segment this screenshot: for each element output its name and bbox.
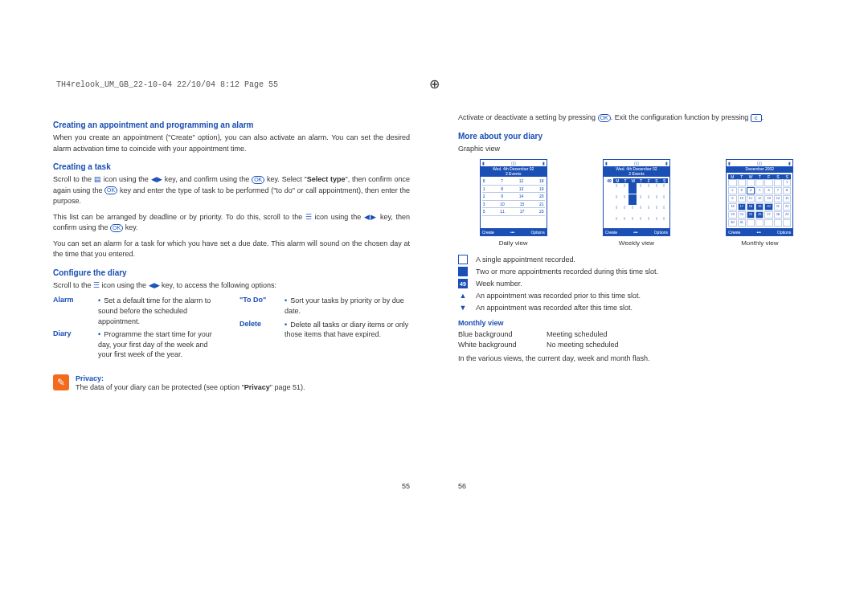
legend-weeknum-text: Week number. <box>476 280 522 288</box>
legend-after-text: An appointment was recorded after this t… <box>476 304 633 312</box>
heading-create-appointment: Creating an appointment and programming … <box>53 121 410 129</box>
task-icon: ▤ <box>94 175 101 183</box>
opt-alarm-label: Alarm <box>53 296 98 326</box>
nav-lr-icon: ◀▶ <box>364 213 377 221</box>
opt-todo-desc: •Sort your tasks by priority or by due d… <box>285 296 410 316</box>
monthly-view-table: Blue backgroundMeeting scheduled White b… <box>458 330 815 349</box>
graphic-view-label: Graphic view <box>458 144 815 155</box>
heading-configure-diary: Configure the diary <box>53 268 410 277</box>
battery-icon: ▮ <box>788 161 791 166</box>
para-configure-intro: Scroll to the ☰ icon using the ◀▶ key, t… <box>53 280 410 292</box>
screen-row: ▮▯▯▮ Wed. 4th December 022 Events 871218… <box>458 159 815 247</box>
label-monthly-view: Monthly view <box>726 239 793 247</box>
opt-delete-label: Delete <box>240 320 285 340</box>
signal-icon: ▮ <box>482 161 485 166</box>
closing-text: In the various views, the current day, w… <box>458 353 815 365</box>
legend-multi-text: Two or more appointments recorded during… <box>476 268 658 276</box>
battery-icon: ▮ <box>542 161 545 166</box>
opt-diary-label: Diary <box>53 329 98 360</box>
c-key-icon: c <box>751 114 762 122</box>
privacy-label: Privacy: <box>76 374 305 382</box>
label-weekly-view: Weekly view <box>603 239 670 247</box>
opt-delete-desc: •Delete all tasks or diary items or only… <box>285 320 410 340</box>
options-grid: Alarm •Set a default time for the alarm … <box>53 296 410 363</box>
phone-screen-monthly: ▮▯▯▮ December 2002 MTWTFSS 1234567891011… <box>726 159 793 236</box>
legend-before-icon: ▲ <box>458 291 468 300</box>
para-create-task-2: This list can be arranged by deadline or… <box>53 212 410 234</box>
legend-before-text: An appointment was recorded prior to thi… <box>476 292 641 300</box>
battery-icon: ▮ <box>665 161 668 166</box>
label-daily-view: Daily view <box>480 239 547 247</box>
legend: A single appointment recorded. Two or mo… <box>458 255 815 313</box>
signal-icon: ▮ <box>728 161 731 166</box>
mv-blue-label: Blue background <box>458 330 547 338</box>
phone-screen-daily: ▮▯▯▮ Wed. 4th December 022 Events 871218… <box>480 159 547 236</box>
ok-key-icon: OK <box>252 176 264 184</box>
page-number-right: 56 <box>458 482 466 490</box>
heading-create-task: Creating a task <box>53 162 410 171</box>
privacy-note: ✎ Privacy: The data of your diary can be… <box>53 374 410 394</box>
phone-screen-weekly: ▮▯▯▮ Wed. 4th December 022 Events 49MTWT… <box>603 159 670 236</box>
legend-single-text: A single appointment recorded. <box>476 255 575 264</box>
ok-key-icon: OK <box>598 114 611 122</box>
mv-blue-value: Meeting scheduled <box>547 330 608 338</box>
para-create-appointment: When you create an appointment ("Create"… <box>53 133 410 154</box>
settings-icon: ☰ <box>93 281 100 289</box>
para-create-task-3: You can set an alarm for a task for whic… <box>53 239 410 260</box>
opt-todo-label: "To Do" <box>240 296 285 316</box>
mv-white-value: No meeting scheduled <box>547 341 619 349</box>
page-spread: Creating an appointment and programming … <box>13 112 855 466</box>
legend-weeknum-icon: 49 <box>458 279 468 288</box>
ok-key-icon: OK <box>110 224 123 232</box>
mv-white-label: White background <box>458 341 547 349</box>
nav-lr-icon: ◀▶ <box>151 175 163 183</box>
heading-monthly-view: Monthly view <box>458 319 815 327</box>
page-left: Creating an appointment and programming … <box>53 112 410 466</box>
para-create-task-1: Scroll to the ▤ icon using the ◀▶ key, a… <box>53 174 410 207</box>
privacy-body: The data of your diary can be protected … <box>76 382 305 394</box>
ok-key-icon: OK <box>104 186 117 194</box>
legend-multi-icon <box>458 267 468 276</box>
privacy-icon: ✎ <box>53 374 69 390</box>
nav-lr-icon: ◀▶ <box>149 281 160 289</box>
print-header: TH4relook_UM_GB_22-10-04 22/10/04 8:12 P… <box>56 80 278 89</box>
settings-icon: ☰ <box>305 213 312 221</box>
legend-after-icon: ▼ <box>458 303 468 313</box>
heading-more-diary: More about your diary <box>458 132 815 141</box>
opt-diary-desc: •Programme the start time for your day, … <box>98 329 223 360</box>
crop-mark-icon: ⊕ <box>424 76 444 96</box>
para-activate: Activate or deactivate a setting by pres… <box>458 112 815 124</box>
page-right: Activate or deactivate a setting by pres… <box>458 112 815 466</box>
opt-alarm-desc: •Set a default time for the alarm to sou… <box>98 296 223 326</box>
signal-icon: ▮ <box>605 161 608 166</box>
legend-single-icon <box>458 255 468 264</box>
page-number-left: 55 <box>402 482 410 490</box>
